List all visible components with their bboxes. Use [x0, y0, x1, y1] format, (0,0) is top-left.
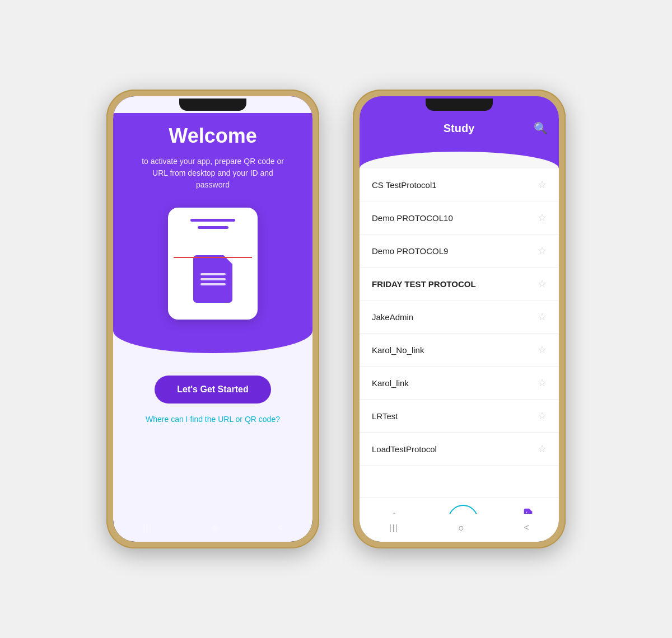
find-url-link[interactable]: Where can I find the URL or QR code?	[146, 415, 280, 424]
welcome-screen: Welcome to activate your app, prepare QR…	[113, 96, 312, 542]
welcome-title: Welcome	[169, 124, 256, 148]
study-list-item[interactable]: Demo PROTOCOL9 ☆	[360, 234, 559, 268]
nav-home-icon[interactable]: ○	[212, 522, 218, 534]
favorite-star-icon[interactable]: ☆	[538, 179, 547, 191]
bottom-nav-bar-study: ||| ○ <	[360, 514, 559, 542]
favorite-star-icon[interactable]: ☆	[538, 410, 547, 422]
protocol-name: CS TestProtocol1	[372, 180, 437, 190]
illus-doc	[193, 255, 232, 303]
nav-menu-icon-study: |||	[389, 523, 399, 532]
welcome-phone: Welcome to activate your app, prepare QR…	[106, 90, 319, 548]
protocol-name: LoadTestProtocol	[372, 444, 437, 454]
protocol-name: Karol_link	[372, 378, 409, 388]
illus-doc-line-2	[200, 278, 226, 280]
study-list-item[interactable]: Karol_No_link ☆	[360, 334, 559, 367]
welcome-purple-section: Welcome to activate your app, prepare QR…	[113, 96, 312, 353]
illus-line-2	[198, 226, 228, 229]
get-started-button[interactable]: Let's Get Started	[155, 376, 270, 404]
protocol-name: FRIDAY TEST PROTOCOL	[372, 279, 476, 289]
welcome-bottom: Let's Get Started Where can I find the U…	[146, 353, 280, 424]
nav-home-icon-study[interactable]: ○	[458, 522, 464, 534]
search-button[interactable]: 🔍	[534, 121, 548, 135]
protocol-name: LRTest	[372, 411, 398, 421]
scan-line	[174, 257, 252, 258]
study-phone: Study 🔍 CS TestProtocol1 ☆ Demo PROTOCOL…	[353, 90, 566, 548]
protocol-name: Demo PROTOCOL9	[372, 246, 448, 256]
study-wave	[360, 152, 559, 168]
favorite-star-icon[interactable]: ☆	[538, 443, 547, 455]
illus-line-1	[190, 219, 235, 222]
favorite-star-icon[interactable]: ☆	[538, 311, 547, 323]
study-list: CS TestProtocol1 ☆ Demo PROTOCOL10 ☆ Dem…	[360, 168, 559, 497]
welcome-subtitle: to activate your app, prepare QR code or…	[113, 156, 312, 191]
protocol-name: JakeAdmin	[372, 312, 413, 322]
study-list-item[interactable]: CS TestProtocol1 ☆	[360, 168, 559, 201]
favorite-star-icon[interactable]: ☆	[538, 245, 547, 257]
notch-study	[426, 98, 493, 111]
nav-menu-icon: |||	[143, 523, 152, 532]
notch-bar-study	[360, 96, 559, 113]
study-list-item[interactable]: Demo PROTOCOL10 ☆	[360, 201, 559, 234]
study-screen: Study 🔍 CS TestProtocol1 ☆ Demo PROTOCOL…	[360, 96, 559, 542]
phone-illustration	[168, 208, 258, 320]
notch-bar	[113, 96, 312, 113]
favorite-star-icon[interactable]: ☆	[538, 212, 547, 224]
study-title: Study	[384, 122, 534, 135]
notch	[179, 98, 246, 111]
illus-doc-line-1	[200, 273, 226, 275]
bottom-nav-bar-welcome: ||| ○ <	[113, 514, 312, 542]
study-list-item[interactable]: FRIDAY TEST PROTOCOL ☆	[360, 268, 559, 301]
study-list-item[interactable]: LoadTestProtocol ☆	[360, 433, 559, 466]
illus-doc-line-3	[200, 283, 226, 285]
protocol-name: Karol_No_link	[372, 345, 424, 355]
favorite-star-icon[interactable]: ☆	[538, 344, 547, 356]
favorite-star-icon[interactable]: ☆	[538, 278, 547, 290]
nav-back-icon-study[interactable]: <	[524, 523, 529, 533]
study-list-item[interactable]: Karol_link ☆	[360, 367, 559, 400]
favorite-star-icon[interactable]: ☆	[538, 377, 547, 389]
study-list-item[interactable]: LRTest ☆	[360, 400, 559, 433]
nav-back-icon[interactable]: <	[278, 523, 283, 533]
study-list-item[interactable]: JakeAdmin ☆	[360, 301, 559, 334]
protocol-name: Demo PROTOCOL10	[372, 213, 453, 223]
